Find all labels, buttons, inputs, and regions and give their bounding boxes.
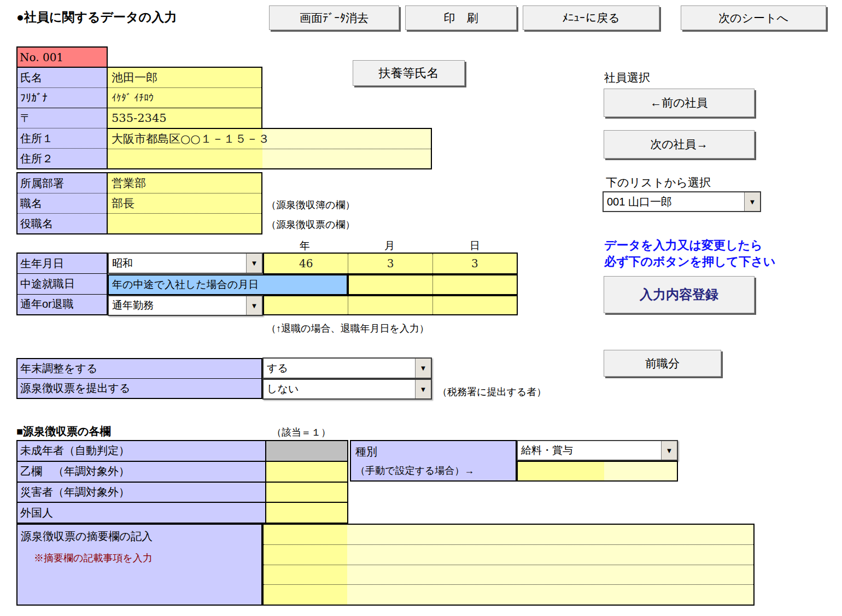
shubetsu-dropdown-value: 給料・賞与: [518, 441, 661, 460]
birth-day-cell[interactable]: 3: [432, 254, 517, 273]
era-dropdown[interactable]: 昭和 ▼: [108, 253, 263, 274]
address2-value[interactable]: [108, 149, 431, 169]
register-input-button[interactable]: 入力内容登録: [604, 276, 755, 313]
nencho-dropdown-value: する: [264, 359, 415, 378]
table-row: 乙欄 （年調対象外）: [17, 461, 347, 482]
table-row: 外国人: [17, 502, 347, 523]
employee-list-dropdown[interactable]: 001 山口一郎 ▼: [603, 191, 761, 212]
tekiyo-input-line[interactable]: [264, 585, 753, 605]
job-title-label: 職名: [17, 193, 107, 213]
table-row: 未成年者（自動判定）: [17, 441, 347, 461]
gensen-flags-table: 未成年者（自動判定） 乙欄 （年調対象外） 災害者（年調対象外） 外国人: [16, 440, 348, 524]
minor-flag-label: 未成年者（自動判定）: [17, 441, 266, 461]
teishutsu-dropdown[interactable]: しない ▼: [262, 379, 432, 400]
otsuran-flag-label: 乙欄 （年調対象外）: [17, 462, 266, 482]
name-values-box: 池田一郎 ｲｹﾀﾞ ｲﾁﾛｳ 535-2345: [107, 67, 262, 129]
shubetsu-dropdown[interactable]: 給料・賞与 ▼: [517, 440, 678, 461]
department-value[interactable]: 営業部: [108, 173, 261, 193]
shubetsu-block: 種別 （手動で設定する場合）→: [350, 440, 517, 482]
era-dropdown-value: 昭和: [109, 254, 246, 273]
birth-label-column: 生年月日 中途就職日 通年or退職: [16, 253, 108, 315]
shubetsu-label: 種別: [351, 441, 516, 459]
birthdate-ymd-cells: 46 3 3: [263, 253, 518, 274]
nencho-dropdown[interactable]: する ▼: [262, 357, 432, 379]
foreigner-flag-label: 外国人: [17, 503, 266, 523]
next-sheet-button[interactable]: 次のシートへ: [681, 5, 826, 30]
save-notice-line2: 必ず下のボタンを押して下さい: [604, 254, 775, 270]
retire-year-cell[interactable]: [264, 296, 348, 314]
worktype-label: 通年or退職: [17, 294, 107, 314]
chevron-down-icon[interactable]: ▼: [744, 192, 760, 211]
worktype-dropdown[interactable]: 通年勤務 ▼: [108, 295, 263, 316]
tekiyo-input-line[interactable]: [264, 545, 753, 565]
employee-data-entry-page: ●社員に関するデータの入力 画面ﾃﾞｰﾀ消去 印 刷 ﾒﾆｭｰに戻る 次のシート…: [0, 0, 842, 616]
prev-employee-button[interactable]: ←前の社員: [604, 89, 755, 117]
address1-value[interactable]: 大阪市都島区○○１－１５－３: [108, 129, 431, 149]
teishutsu-label: 源泉徴収票を提出する: [17, 378, 261, 398]
shubetsu-manual-cell[interactable]: [517, 461, 678, 482]
dependents-name-button[interactable]: 扶養等氏名: [353, 60, 465, 86]
birth-year-cell[interactable]: 46: [264, 254, 348, 273]
employee-list-dropdown-value: 001 山口一郎: [604, 192, 744, 211]
department-values-box: 営業部 部長: [107, 172, 262, 234]
nencho-label: 年末調整をする: [17, 359, 261, 378]
midyear-day-cell[interactable]: [432, 275, 517, 294]
post-name-label: 役職名: [17, 213, 107, 233]
gensen-hint: （該当＝１）: [272, 426, 331, 439]
teishutsu-dropdown-value: しない: [264, 380, 415, 398]
retire-note: （↑退職の場合、退職年月日を入力）: [266, 322, 429, 335]
tekiyo-input-box: [262, 524, 755, 606]
post-name-note: （源泉徴収票の欄）: [266, 218, 355, 231]
name-label: 氏名: [17, 68, 107, 87]
address1-label: 住所１: [17, 128, 107, 148]
birth-month-cell[interactable]: 3: [348, 254, 432, 273]
name-value[interactable]: 池田一郎: [108, 68, 261, 87]
chevron-down-icon[interactable]: ▼: [415, 380, 431, 398]
employee-number-cell: No. 001: [16, 46, 108, 68]
adjustment-label-column: 年末調整をする 源泉徴収票を提出する: [16, 358, 262, 399]
worktype-dropdown-value: 通年勤務: [109, 296, 246, 315]
minor-flag-cell: [266, 441, 347, 461]
page-title: ●社員に関するデータの入力: [16, 9, 177, 26]
tekiyo-input-line[interactable]: [264, 525, 753, 545]
midyear-hint-cell: 年の中途で入社した場合の月日: [108, 274, 348, 295]
chevron-down-icon[interactable]: ▼: [415, 359, 431, 378]
tekiyo-input-line[interactable]: [264, 565, 753, 585]
back-to-menu-button[interactable]: ﾒﾆｭｰに戻る: [523, 5, 659, 30]
print-button[interactable]: 印 刷: [405, 5, 517, 30]
department-label-column: 所属部署 職名 役職名: [16, 172, 108, 234]
address2-label: 住所２: [17, 148, 107, 168]
tekiyo-note: ※摘要欄の記載事項を入力: [17, 544, 261, 565]
shubetsu-manual-label: （手動で設定する場合）→: [351, 459, 516, 477]
birthdate-label: 生年月日: [17, 254, 107, 273]
chevron-down-icon[interactable]: ▼: [246, 296, 262, 315]
previous-job-button[interactable]: 前職分: [604, 350, 721, 377]
zip-label: 〒: [17, 108, 107, 128]
clear-screen-button[interactable]: 画面ﾃﾞｰﾀ消去: [269, 5, 399, 30]
zip-value[interactable]: 535-2345: [108, 108, 261, 128]
employee-list-label: 下のリストから選択: [606, 175, 711, 190]
tekiyo-label-block: 源泉徴収票の摘要欄の記入 ※摘要欄の記載事項を入力: [16, 524, 262, 606]
retire-ymd-cells: [263, 295, 518, 315]
post-name-value[interactable]: [108, 213, 261, 233]
chevron-down-icon[interactable]: ▼: [246, 254, 262, 273]
employee-select-heading: 社員選択: [604, 70, 650, 85]
disaster-flag-cell[interactable]: [266, 483, 347, 502]
save-notice-line1: データを入力又は変更したら: [604, 237, 763, 254]
job-title-value[interactable]: 部長: [108, 193, 261, 213]
otsuran-flag-cell[interactable]: [266, 462, 347, 482]
address-values-box: 大阪市都島区○○１－１５－３: [107, 128, 432, 169]
year-column-header: 年: [262, 239, 347, 253]
kana-value[interactable]: ｲｹﾀﾞ ｲﾁﾛｳ: [108, 87, 261, 108]
next-employee-button[interactable]: 次の社員→: [604, 130, 755, 159]
department-label: 所属部署: [17, 173, 107, 193]
month-column-header: 月: [347, 239, 432, 253]
tekiyo-label: 源泉徴収票の摘要欄の記入: [17, 525, 261, 544]
retire-month-cell[interactable]: [348, 296, 432, 314]
retire-day-cell[interactable]: [432, 296, 517, 314]
foreigner-flag-cell[interactable]: [266, 503, 347, 523]
midyear-hire-label: 中途就職日: [17, 273, 107, 294]
job-title-note: （源泉徴収簿の欄）: [266, 198, 355, 212]
midyear-month-cell[interactable]: [349, 275, 432, 294]
chevron-down-icon[interactable]: ▼: [661, 441, 677, 460]
